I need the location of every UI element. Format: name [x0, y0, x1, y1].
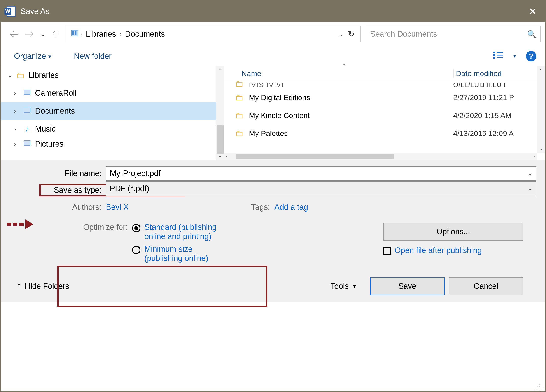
file-name-label: File name: — [10, 169, 106, 178]
hscroll-thumb[interactable] — [236, 154, 394, 159]
svg-rect-13 — [24, 107, 30, 112]
tree-label: Pictures — [35, 139, 64, 149]
tree-item-libraries[interactable]: ⌄ 🗀 Libraries — [1, 66, 224, 84]
scroll-down-icon[interactable]: ⌄ — [539, 145, 543, 152]
recent-locations-dropdown[interactable]: ⌄ — [40, 31, 45, 38]
svg-rect-4 — [72, 31, 74, 35]
refresh-button[interactable]: ↻ — [346, 30, 356, 39]
caret-down-icon: ▼ — [47, 54, 52, 59]
caret-down-icon[interactable]: ⌄ — [528, 170, 533, 177]
close-button[interactable]: ✕ — [523, 6, 542, 17]
list-item[interactable]: 🗀 My Palettes 4/13/2016 12:09 A — [224, 124, 545, 142]
libraries-icon: 🗀 — [15, 70, 26, 80]
filelist-vscrollbar[interactable]: ⌃⌄ — [537, 66, 545, 153]
scroll-up-icon[interactable]: ⌃ — [218, 68, 222, 74]
chevron-right-icon[interactable]: › — [80, 31, 82, 38]
open-after-label: Open file after publishing — [395, 246, 482, 255]
optimize-standard-label-line1: Standard (publishing — [144, 223, 217, 232]
chevron-right-icon[interactable]: › — [119, 31, 121, 38]
collapse-icon[interactable]: ⌄ — [7, 72, 15, 79]
open-after-publishing-checkbox[interactable]: Open file after publishing — [383, 246, 523, 255]
resize-grip[interactable]: ⋰⋰⋰ — [534, 386, 544, 390]
command-bar: Organize▼ New folder ▼ ? — [1, 46, 545, 66]
folder-icon: 🗀 — [233, 93, 246, 102]
authors-value[interactable]: Bevi X — [106, 202, 129, 212]
radio-selected-icon — [132, 224, 140, 232]
address-bar[interactable]: › Libraries › Documents ⌄ ↻ — [66, 26, 360, 42]
expand-icon[interactable]: › — [14, 107, 22, 114]
folder-icon: 🗀 — [233, 81, 246, 89]
file-name-partial: IVIS IVIVI — [249, 81, 453, 89]
tree-label: CameraRoll — [35, 89, 77, 98]
tree-item-documents[interactable]: › Documents — [1, 102, 224, 120]
tree-scroll-thumb[interactable] — [217, 125, 224, 154]
optimize-minimum-radio[interactable]: Minimum size(publishing online) — [132, 245, 217, 263]
svg-rect-7 — [494, 54, 495, 56]
organize-button[interactable]: Organize▼ — [14, 51, 52, 61]
file-date: 2/27/2019 11:21 P — [453, 93, 545, 102]
title-bar: W Save As ✕ — [1, 1, 545, 22]
folder-tree: ⌄ 🗀 Libraries › CameraRoll › Documents ›… — [1, 66, 224, 160]
help-button[interactable]: ? — [526, 51, 536, 61]
save-button[interactable]: Save — [370, 277, 444, 295]
search-placeholder: Search Documents — [370, 30, 437, 39]
view-mode-dropdown[interactable]: ▼ — [512, 53, 517, 59]
tree-item-music[interactable]: › ♪ Music — [1, 120, 224, 138]
scroll-up-icon[interactable]: ⌃ — [539, 68, 543, 74]
music-icon: ♪ — [22, 124, 32, 133]
forward-button[interactable]: 🡢 — [25, 29, 34, 39]
search-input[interactable]: Search Documents 🔍 — [366, 26, 541, 42]
chevron-up-icon: ⌃ — [16, 283, 22, 290]
tree-item-cameraroll[interactable]: › CameraRoll — [1, 84, 224, 102]
options-button[interactable]: Options... — [383, 223, 523, 240]
file-date: 4/13/2016 12:09 A — [453, 129, 545, 138]
address-dropdown[interactable]: ⌄ — [335, 30, 346, 38]
library-folder-icon — [22, 88, 32, 98]
window-title: Save As — [20, 7, 49, 16]
optimize-standard-radio[interactable]: Standard (publishingonline and printing) — [132, 223, 217, 241]
library-folder-icon — [22, 106, 32, 116]
up-button[interactable]: 🡡 — [52, 29, 61, 39]
scroll-right-icon[interactable]: › — [534, 154, 535, 158]
caret-down-icon[interactable]: ⌄ — [528, 185, 533, 192]
authors-label: Authors: — [10, 202, 106, 212]
column-header-date[interactable]: Date modified — [453, 69, 545, 78]
file-date-partial: O/LL/LUIJ II.LU I — [453, 81, 545, 89]
file-name: My Palettes — [249, 129, 453, 138]
filelist-hscrollbar[interactable]: ‹› — [224, 153, 537, 160]
cancel-button[interactable]: Cancel — [449, 277, 523, 295]
dialog-footer: ⌃ Hide Folders Tools ▼ Save Cancel — [10, 266, 536, 300]
save-as-type-select[interactable]: PDF (*.pdf) ⌄ — [106, 181, 536, 196]
hide-folders-button[interactable]: ⌃ Hide Folders — [16, 282, 69, 291]
back-button[interactable]: 🡠 — [10, 29, 18, 39]
list-item[interactable]: 🗀 IVIS IVIVI O/LL/LUIJ II.LU I — [224, 81, 545, 89]
breadcrumb-documents[interactable]: Documents — [125, 30, 165, 39]
file-name: My Kindle Content — [249, 111, 453, 120]
file-list: Name Date modified ⌃ 🗀 IVIS IVIVI O/LL/L… — [224, 66, 545, 160]
svg-rect-6 — [494, 51, 495, 53]
svg-rect-5 — [75, 31, 76, 35]
tree-item-pictures[interactable]: › Pictures — [1, 138, 224, 150]
tags-label: Tags: — [251, 202, 270, 212]
svg-text:W: W — [5, 8, 10, 14]
tags-value[interactable]: Add a tag — [274, 202, 308, 212]
svg-rect-14 — [24, 140, 30, 145]
expand-icon[interactable]: › — [14, 90, 22, 97]
optimize-for-label: Optimize for: — [10, 223, 132, 266]
expand-icon[interactable]: › — [14, 140, 22, 147]
new-folder-button[interactable]: New folder — [74, 51, 111, 61]
library-folder-icon — [22, 139, 32, 149]
tree-label: Documents — [35, 106, 75, 116]
tools-dropdown[interactable]: Tools ▼ — [330, 282, 357, 291]
file-name-input[interactable]: My-Project.pdf ⌄ — [106, 166, 536, 181]
word-app-icon: W — [4, 5, 16, 18]
list-item[interactable]: 🗀 My Kindle Content 4/2/2020 1:15 AM — [224, 106, 545, 124]
column-header-name[interactable]: Name — [224, 69, 453, 78]
expand-icon[interactable]: › — [14, 126, 22, 133]
breadcrumb-libraries[interactable]: Libraries — [86, 30, 116, 39]
scroll-left-icon[interactable]: ‹ — [226, 154, 227, 158]
view-mode-button[interactable] — [494, 51, 504, 61]
list-item[interactable]: 🗀 My Digital Editions 2/27/2019 11:21 P — [224, 89, 545, 106]
folder-icon: 🗀 — [233, 129, 246, 138]
file-date: 4/2/2020 1:15 AM — [453, 111, 545, 120]
